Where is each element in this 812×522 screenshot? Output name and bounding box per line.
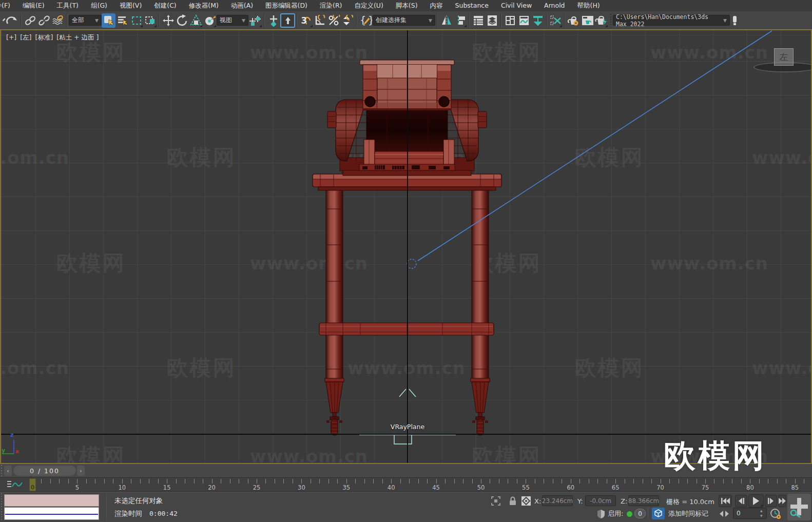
material-editor-icon[interactable] xyxy=(549,13,563,28)
maxscript-mini-listener-pink[interactable] xyxy=(4,494,99,507)
add-time-tag-label[interactable]: 添加时间标记 xyxy=(668,509,708,518)
track-bar[interactable]: 0510152025303540455055606570758085 0 xyxy=(0,477,812,492)
schematic-view-icon[interactable] xyxy=(531,13,545,28)
toggle-layer-explorer-icon[interactable] xyxy=(485,13,499,28)
render-setup-icon[interactable] xyxy=(567,13,581,28)
named-selection-sets-dropdown[interactable]: 创建选择集▼ xyxy=(373,15,435,26)
select-by-name-icon[interactable] xyxy=(115,13,129,28)
select-and-move-icon[interactable] xyxy=(161,13,175,28)
toggle-scene-explorer-icon[interactable] xyxy=(471,13,485,28)
rectangular-selection-region-icon[interactable] xyxy=(129,13,143,28)
undo-icon[interactable] xyxy=(1,13,5,28)
menu-item-9[interactable]: 渲染(R) xyxy=(314,0,348,11)
percent-snap-toggle-icon[interactable] xyxy=(327,13,341,28)
current-frame-field[interactable]: 0 ▲▼ xyxy=(733,508,767,519)
select-and-link-icon[interactable] xyxy=(23,13,37,28)
y-coord-field[interactable]: -0.0cm xyxy=(585,495,616,506)
menu-item-7[interactable]: 动画(A) xyxy=(225,0,259,11)
isolate-selection-icon[interactable] xyxy=(490,495,501,507)
viewport-menu-general[interactable]: [+] xyxy=(6,33,16,42)
mini-curve-editor-button[interactable] xyxy=(5,478,26,491)
go-to-start-button[interactable] xyxy=(719,495,732,507)
window-crossing-toggle-icon[interactable] xyxy=(143,13,157,28)
render-production-icon[interactable] xyxy=(594,13,608,28)
select-and-manipulate-icon[interactable] xyxy=(266,13,280,28)
viewport-left[interactable]: 欧模网www.om.cn欧模网www.om.cnwww.om.cn欧模网www.… xyxy=(0,29,812,464)
frame-tick xyxy=(508,479,508,484)
selection-lock-icon[interactable] xyxy=(507,495,518,507)
reference-coordinate-dropdown[interactable]: 视图▼ xyxy=(217,15,248,26)
align-icon[interactable] xyxy=(453,13,467,28)
select-and-place-icon[interactable] xyxy=(203,13,217,28)
menu-item-13[interactable]: Substance xyxy=(449,0,495,11)
x-coord-field[interactable]: 23.246cm xyxy=(542,495,573,506)
grid-size-readout: 栅格 = 10.0cm xyxy=(666,497,714,507)
curve-editor-icon[interactable] xyxy=(517,13,531,28)
menu-item-15[interactable]: Arnold xyxy=(538,0,571,11)
frame-tick-label: 55 xyxy=(522,484,530,491)
safe-scene-shield-icon[interactable] xyxy=(595,508,607,519)
go-to-end-button[interactable] xyxy=(778,495,786,507)
use-pivot-center-icon[interactable] xyxy=(248,13,262,28)
status-bar: 未选定任何对象 渲染时间0:00:42 X: 23.246cm Y: -0.0c… xyxy=(0,492,812,522)
spinner-snap-toggle-icon[interactable] xyxy=(341,13,355,28)
snaps-toggle-3d-icon[interactable]: 3 xyxy=(299,13,313,28)
menu-item-1[interactable]: 编辑(E) xyxy=(16,0,51,11)
set-key-button[interactable] xyxy=(787,494,811,520)
select-object-button[interactable] xyxy=(102,13,115,28)
keyboard-shortcut-override-toggle[interactable] xyxy=(280,13,295,28)
toolbar-grip[interactable] xyxy=(1,465,3,476)
project-folder-dropdown[interactable]: C:\Users\Han\Documents\3ds Max 2022▼ xyxy=(613,15,730,26)
toggle-ribbon-icon[interactable] xyxy=(503,13,517,28)
mirror-icon[interactable] xyxy=(439,13,453,28)
select-and-scale-icon[interactable] xyxy=(189,13,203,28)
next-frame-button[interactable] xyxy=(765,495,777,507)
menu-item-12[interactable]: 内容 xyxy=(424,0,449,11)
viewport-menu-standard[interactable]: [标准] xyxy=(35,33,53,42)
menu-item-6[interactable]: 修改器(M) xyxy=(183,0,225,11)
menu-item-10[interactable]: 自定义(U) xyxy=(348,0,389,11)
menu-item-3[interactable]: 组(G) xyxy=(85,0,113,11)
menu-item-4[interactable]: 视图(V) xyxy=(113,0,148,11)
frame-tick xyxy=(472,479,473,484)
time-slider[interactable]: 0 / 100 xyxy=(13,466,76,476)
current-frame-marker[interactable]: 0 xyxy=(29,478,36,491)
menu-item-2[interactable]: 工具(T) xyxy=(51,0,85,11)
frame-spinner[interactable]: ▲▼ xyxy=(760,509,765,517)
vrayplane-label[interactable]: VRayPlane xyxy=(382,423,433,431)
maxscript-mini-listener-white[interactable] xyxy=(4,507,99,520)
frame-tick xyxy=(328,479,329,484)
angle-snap-toggle-icon[interactable] xyxy=(313,13,327,28)
frame-tick xyxy=(158,479,159,484)
next-frame-slider-button[interactable]: › xyxy=(77,466,85,476)
unlink-selection-icon[interactable] xyxy=(37,13,51,28)
prev-frame-slider-button[interactable]: ‹ xyxy=(4,466,12,476)
time-tag-cube-icon[interactable] xyxy=(652,508,665,519)
menu-item-11[interactable]: 脚本(S) xyxy=(390,0,424,11)
select-and-rotate-icon[interactable] xyxy=(175,13,189,28)
menu-item-16[interactable]: 帮助(H) xyxy=(571,0,606,11)
play-animation-button[interactable] xyxy=(748,494,764,508)
menu-item-0[interactable]: 文件(F) xyxy=(0,0,16,11)
edit-named-selection-sets-icon[interactable]: {} xyxy=(359,13,373,28)
viewcube[interactable]: 左 xyxy=(774,48,794,66)
z-coord-field[interactable]: 88.366cm xyxy=(628,495,659,506)
viewport-menu-pov[interactable]: [左] xyxy=(20,33,31,42)
menu-item-5[interactable]: 创建(C) xyxy=(148,0,182,11)
menu-item-8[interactable]: 图形编辑器(D) xyxy=(259,0,314,11)
previous-frame-button[interactable] xyxy=(735,495,747,507)
light-gizmo-circle[interactable] xyxy=(407,259,416,268)
absolute-mode-transform-icon[interactable] xyxy=(520,495,532,507)
viewport-menu-shading[interactable]: [粘土 + 边面 ] xyxy=(56,33,99,42)
redo-icon[interactable] xyxy=(5,13,19,28)
scene-canvas[interactable] xyxy=(1,30,812,463)
safe-scene-count-badge[interactable]: 0 xyxy=(634,509,646,518)
bind-to-space-warp-icon[interactable] xyxy=(51,13,65,28)
menu-item-14[interactable]: Civil View xyxy=(495,0,538,11)
statusbar-grip[interactable] xyxy=(1,493,3,521)
time-configuration-icon[interactable] xyxy=(770,508,781,519)
rendered-frame-window-icon[interactable] xyxy=(581,13,594,28)
selection-filter-dropdown[interactable]: 全部▼ xyxy=(69,15,102,26)
partial-edge-icon[interactable] xyxy=(731,13,739,28)
key-mode-toggle-icon[interactable] xyxy=(719,508,730,519)
